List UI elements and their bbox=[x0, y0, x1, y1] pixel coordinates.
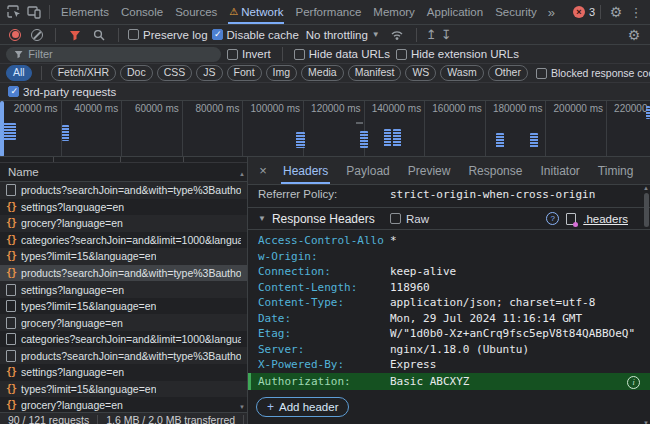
filter-input-container bbox=[6, 47, 221, 62]
document-file-icon bbox=[6, 184, 16, 196]
detail-tab-headers[interactable]: Headers bbox=[274, 157, 337, 184]
request-row[interactable]: settings?language=en bbox=[0, 281, 247, 298]
filter-funnel-icon[interactable] bbox=[65, 25, 85, 45]
info-icon[interactable]: i bbox=[627, 376, 640, 389]
name-column-header[interactable]: Name ▲ bbox=[0, 163, 247, 182]
request-type-filter-bar: AllFetch/XHRDocCSSJSFontImgMediaManifest… bbox=[0, 64, 650, 83]
timeline-dash bbox=[356, 122, 363, 124]
tab-performance[interactable]: Performance bbox=[289, 0, 367, 24]
request-row[interactable]: grocery?language=en bbox=[0, 397, 247, 412]
help-icon[interactable]: ? bbox=[546, 212, 559, 225]
request-row[interactable]: types?limit=15&language=en bbox=[0, 381, 247, 398]
timeline-tick-label: 140000 ms bbox=[351, 103, 421, 114]
chip-css[interactable]: CSS bbox=[157, 65, 193, 81]
response-headers-title: Response Headers bbox=[272, 212, 375, 226]
clear-network-log-icon[interactable] bbox=[31, 29, 43, 41]
timeline-request-bar bbox=[360, 131, 368, 148]
tab-security[interactable]: Security bbox=[489, 0, 543, 24]
detail-tab-preview[interactable]: Preview bbox=[399, 157, 460, 184]
network-conditions-icon[interactable] bbox=[387, 25, 407, 45]
hide-data-urls-checkbox[interactable]: Hide data URLs bbox=[294, 48, 390, 60]
record-network-log-icon[interactable] bbox=[9, 29, 21, 41]
response-headers-section[interactable]: ▼ Response Headers Raw ? .headers bbox=[248, 207, 650, 230]
json-file-icon bbox=[6, 235, 16, 245]
request-row[interactable]: settings?language=en bbox=[0, 364, 247, 381]
kebab-menu-icon[interactable]: ⋮ bbox=[626, 2, 646, 22]
third-party-checkbox[interactable]: 3rd-party requests bbox=[8, 86, 116, 98]
detail-tab-response[interactable]: Response bbox=[459, 157, 531, 184]
name-header-label: Name bbox=[8, 166, 39, 178]
tab-sources[interactable]: Sources bbox=[169, 0, 223, 24]
request-row[interactable]: types?limit=15&language=en bbox=[0, 298, 247, 315]
detail-tab-timing[interactable]: Timing bbox=[589, 157, 643, 184]
request-row[interactable]: types?limit=15&language=en bbox=[0, 248, 247, 265]
chip-font[interactable]: Font bbox=[227, 65, 262, 81]
error-badge[interactable]: × 3 bbox=[573, 6, 595, 18]
inspect-element-icon[interactable] bbox=[4, 2, 24, 22]
detail-scrollbar[interactable]: ▲ ▼ bbox=[642, 185, 650, 424]
export-har-icon[interactable]: ↧ bbox=[441, 28, 452, 41]
tab-console[interactable]: Console bbox=[115, 0, 169, 24]
tab-memory[interactable]: Memory bbox=[367, 0, 421, 24]
divider bbox=[600, 5, 601, 19]
chip-fetch-xhr[interactable]: Fetch/XHR bbox=[51, 65, 116, 81]
request-row[interactable]: settings?language=en bbox=[0, 199, 247, 216]
device-toolbar-icon[interactable] bbox=[24, 2, 44, 22]
more-tabs-chevron[interactable]: » bbox=[543, 5, 560, 20]
preserve-log-checkbox[interactable]: Preserve log bbox=[128, 29, 208, 41]
scroll-down-icon[interactable]: ▼ bbox=[239, 404, 245, 410]
timeline-tick-label: 100000 ms bbox=[230, 103, 300, 114]
chevron-down-icon: ▼ bbox=[372, 30, 380, 39]
scrollbar-thumb[interactable] bbox=[644, 193, 649, 227]
request-name: grocery?language=en bbox=[21, 217, 123, 229]
devtools-main-toolbar: ElementsConsoleSources⚠NetworkPerformanc… bbox=[0, 0, 650, 25]
invert-checkbox[interactable]: Invert bbox=[227, 48, 271, 60]
tab-application[interactable]: Application bbox=[421, 0, 489, 24]
raw-checkbox[interactable]: Raw bbox=[390, 213, 429, 225]
chip-other[interactable]: Other bbox=[488, 65, 528, 81]
tab-label: Performance bbox=[295, 6, 361, 18]
request-row[interactable]: categories?searchJoin=and&limit=1000&lan… bbox=[0, 232, 247, 249]
request-row[interactable]: products?searchJoin=and&with=type%3Bauth… bbox=[0, 265, 247, 282]
chip-media[interactable]: Media bbox=[301, 65, 344, 81]
network-overview-timeline[interactable]: 20000 ms40000 ms60000 ms80000 ms100000 m… bbox=[0, 101, 650, 157]
network-settings-gear-icon[interactable]: ⚙ bbox=[624, 25, 644, 45]
timeline-request-bar bbox=[62, 125, 69, 141]
chip-wasm[interactable]: Wasm bbox=[440, 65, 483, 81]
chip-manifest[interactable]: Manifest bbox=[348, 65, 402, 81]
request-row[interactable]: grocery?language=en bbox=[0, 215, 247, 232]
invert-label: Invert bbox=[242, 48, 271, 60]
close-icon[interactable]: × bbox=[252, 163, 274, 178]
hide-extension-urls-checkbox[interactable]: Hide extension URLs bbox=[396, 48, 519, 60]
blocked-cookies-checkbox[interactable]: Blocked response cookies bbox=[536, 67, 650, 79]
third-party-label: 3rd-party requests bbox=[23, 86, 116, 98]
request-row[interactable]: categories?searchJoin=and&limit=1000&lan… bbox=[0, 331, 247, 348]
scroll-up-icon[interactable]: ▲ bbox=[239, 165, 245, 183]
import-har-icon[interactable]: ↥ bbox=[426, 28, 437, 41]
tab-network[interactable]: ⚠Network bbox=[223, 0, 289, 24]
detail-tab-payload[interactable]: Payload bbox=[337, 157, 398, 184]
json-file-icon bbox=[6, 384, 16, 394]
search-icon[interactable] bbox=[89, 25, 109, 45]
request-row[interactable]: grocery?language=en bbox=[0, 314, 247, 331]
tab-elements[interactable]: Elements bbox=[55, 0, 115, 24]
divider bbox=[118, 28, 119, 42]
headers-file-link[interactable]: .headers bbox=[583, 213, 628, 225]
headers-file-icon[interactable] bbox=[566, 213, 576, 225]
disable-cache-checkbox[interactable]: Disable cache bbox=[212, 29, 299, 41]
settings-gear-icon[interactable]: ⚙ bbox=[606, 2, 626, 22]
chip-js[interactable]: JS bbox=[196, 65, 222, 81]
scroll-up-icon[interactable]: ▲ bbox=[643, 185, 649, 191]
detail-tab-initiator[interactable]: Initiator bbox=[531, 157, 588, 184]
request-row[interactable]: products?searchJoin=and&with=type%3Bauth… bbox=[0, 182, 247, 199]
throttling-dropdown[interactable]: No throttling ▼ bbox=[303, 29, 383, 41]
chip-ws[interactable]: WS bbox=[405, 65, 436, 81]
chip-img[interactable]: Img bbox=[266, 65, 298, 81]
add-header-button[interactable]: + Add header bbox=[256, 397, 349, 417]
chip-all[interactable]: All bbox=[6, 65, 32, 81]
scroll-down-icon[interactable]: ▼ bbox=[643, 420, 649, 424]
request-name: categories?searchJoin=and&limit=1000&lan… bbox=[21, 234, 241, 246]
filter-input[interactable] bbox=[28, 48, 213, 60]
request-row[interactable]: products?searchJoin=and&with=type%3Bauth… bbox=[0, 347, 247, 364]
chip-doc[interactable]: Doc bbox=[120, 65, 153, 81]
